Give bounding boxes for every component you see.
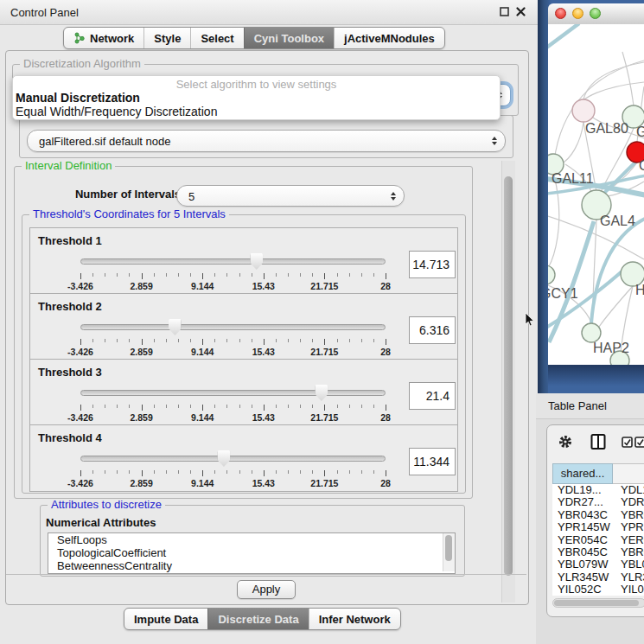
table-row[interactable]: YPR145WYPR1 [552,521,644,533]
threshold-3-slider[interactable]: -3.4262.8599.14415.4321.71528 [80,384,386,424]
threshold-2-slider-track[interactable] [80,324,386,330]
tab-network[interactable]: Network [64,28,143,48]
tab-infer-network-label: Infer Network [319,613,391,626]
node-pink [572,99,595,122]
list-item-selfloops[interactable]: SelfLoops [48,533,455,546]
close-icon[interactable] [516,7,526,16]
attributes-list-scrollbar-thumb[interactable] [445,535,452,561]
tab-discretize-data-label: Discretize Data [218,613,298,626]
network-view-canvas[interactable]: GAL80 G C GAL11 GAL4 GCY1 H HAP2 [548,24,644,365]
node-gcy1 [548,265,555,284]
minimize-traffic-light[interactable] [572,8,583,19]
table-row[interactable]: YBL079WYBL0 [552,558,644,571]
network-icon [73,32,86,44]
threshold-3-value-field[interactable] [409,382,456,410]
table-horizontal-scrollbar-thumb[interactable] [554,600,639,606]
popup-item-manual-discretization[interactable]: Manual Discretization [13,91,500,105]
threshold-4-slider-track[interactable] [80,456,386,462]
table-row[interactable]: YDL19...YDL1 [552,484,644,496]
list-item-betweennesscentrality[interactable]: BetweennessCentrality [48,559,455,572]
tab-jactivemnodules-label: jActiveMNodules [344,32,435,45]
tab-style[interactable]: Style [143,28,190,48]
apply-button[interactable]: Apply [237,580,296,599]
popup-placeholder-item[interactable]: Select algorithm to view settings [13,76,500,91]
select-columns-checkbox-icon[interactable] [622,437,633,448]
top-tabbar: Network Style Select Cyni Toolbox jActiv… [63,27,445,49]
mouse-cursor [525,313,535,328]
column-header-name[interactable]: n [613,463,644,484]
combo-stepper-icon [391,192,396,201]
table-panel-title: Table Panel [548,399,607,412]
table-horizontal-scrollbar[interactable] [552,598,644,608]
threshold-4-slider[interactable]: -3.4262.8599.14415.4321.71528 [80,450,386,489]
threshold-3-label: Threshold 3 [38,366,102,379]
table-row[interactable]: YBR043CYBR0 [552,509,644,521]
label-partial-c: C [639,158,644,173]
tab-impute-data-label: Impute Data [134,613,198,626]
tab-style-label: Style [154,32,181,45]
control-panel-titlebar: Control Panel [0,0,538,25]
node-hap2 [582,323,601,342]
settings-scrollbar-thumb[interactable] [504,176,513,576]
tab-infer-network[interactable]: Infer Network [309,609,400,629]
table-panel-header: Table Panel [536,393,644,419]
column-header-shared-name[interactable]: shared... [552,463,613,484]
threshold-2-panel: Threshold 2 -3.4262.8599.14415.4321.7152… [29,293,458,360]
tab-jactivemnodules[interactable]: jActiveMNodules [334,28,444,48]
tab-impute-data[interactable]: Impute Data [124,609,207,629]
threshold-3-tick-marks [80,405,386,408]
numerical-attributes-label: Numerical Attributes [46,516,156,529]
threshold-1-slider-thumb[interactable] [250,253,263,270]
threshold-3-slider-track[interactable] [80,390,386,396]
label-gcy1: GCY1 [548,286,578,301]
settings-scrollbar[interactable] [501,161,515,603]
threshold-4-tick-labels: -3.4262.8599.14415.4321.71528 [80,478,386,488]
list-item-topologicalcoefficient[interactable]: TopologicalCoefficient [48,546,455,559]
attributes-group: Attributes to discretize Numerical Attri… [40,505,465,577]
interval-definition-title: Interval Definition [22,160,115,172]
select-all-checkbox-icon[interactable] [634,437,644,448]
threshold-1-value-field[interactable] [409,251,456,278]
popup-item-equal-width-frequency[interactable]: Equal Width/Frequency Discretization [13,105,500,118]
table-row[interactable]: YER054CYER0 [552,534,644,546]
split-columns-icon[interactable] [590,434,607,450]
threshold-3-panel: Threshold 3 -3.4262.8599.14415.4321.7152… [29,359,458,426]
threshold-3-slider-thumb[interactable] [315,385,328,401]
table-row[interactable]: YLR345WYLR3 [552,571,644,583]
tab-select[interactable]: Select [190,28,243,48]
threshold-4-value-field[interactable] [409,448,456,475]
tab-discretize-data[interactable]: Discretize Data [207,609,308,629]
interval-definition-group: Interval Definition Number of Intervals … [14,166,473,499]
threshold-1-tick-marks [80,273,386,277]
threshold-2-tick-marks [80,339,386,342]
table-row[interactable]: YIL052CYIL0 [552,583,644,596]
label-hap2: HAP2 [593,341,629,355]
threshold-2-slider-thumb[interactable] [169,319,182,335]
table-data-combobox[interactable]: galFiltered.sif default node [27,130,506,152]
close-traffic-light[interactable] [555,8,566,19]
tab-cyni-toolbox[interactable]: Cyni Toolbox [244,28,334,48]
threshold-2-value-field[interactable] [409,316,456,344]
table-data-value: galFiltered.sif default node [39,135,170,148]
table-data-group: Table Data galFiltered.sif default node [19,115,513,158]
gear-icon[interactable] [558,434,573,450]
number-of-intervals-combobox[interactable]: 5 [176,185,405,207]
float-window-icon[interactable] [500,7,509,16]
threshold-4-slider-thumb[interactable] [217,450,230,467]
threshold-1-slider[interactable]: -3.4262.8599.14415.4321.71528 [80,252,386,292]
threshold-1-label: Threshold 1 [38,234,102,247]
attributes-list-scrollbar[interactable] [443,533,455,571]
tab-network-label: Network [90,32,134,45]
zoom-traffic-light[interactable] [590,8,601,19]
threshold-1-slider-track[interactable] [80,258,386,265]
threshold-4-tick-marks [80,470,386,474]
numerical-attributes-list[interactable]: SelfLoops TopologicalCoefficient Between… [48,532,456,574]
discretization-algorithm-title: Discretization Algorithm [20,58,144,70]
threshold-3-tick-labels: -3.4262.8599.14415.4321.71528 [80,412,386,423]
label-partial-h: H [635,283,644,297]
table-row[interactable]: YDR27...YDR2 [552,496,644,508]
label-gal4: GAL4 [600,214,635,228]
table-row[interactable]: YBR045CYBR0 [552,546,644,558]
threshold-2-slider[interactable]: -3.4262.8599.14415.4321.71528 [80,318,386,358]
threshold-1-panel: Threshold 1 -3.4262.8599.14415.4321.7152… [29,227,458,295]
